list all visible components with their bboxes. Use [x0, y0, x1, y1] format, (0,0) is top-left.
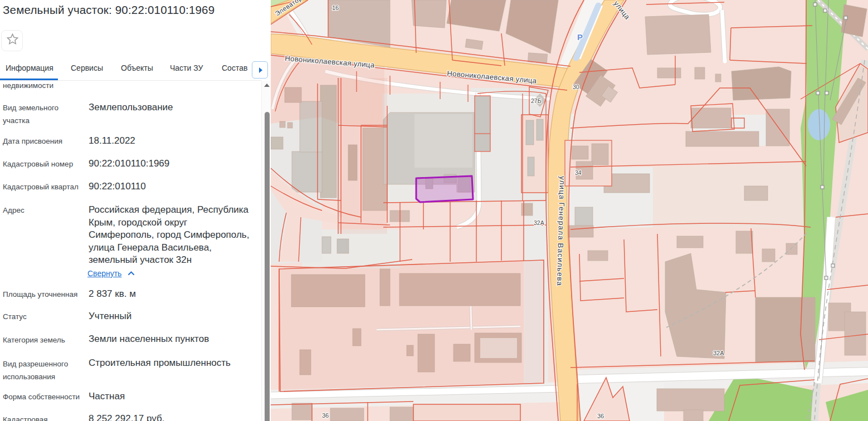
svg-text:30: 30 — [573, 84, 579, 90]
svg-text:36: 36 — [597, 413, 604, 419]
svg-text:16: 16 — [332, 4, 339, 11]
svg-text:P: P — [577, 32, 583, 42]
svg-text:32А: 32А — [534, 219, 544, 226]
svg-text:34: 34 — [575, 169, 582, 176]
svg-text:36: 36 — [322, 412, 329, 419]
svg-text:32А: 32А — [713, 350, 724, 356]
svg-text:27Б: 27Б — [531, 97, 542, 104]
